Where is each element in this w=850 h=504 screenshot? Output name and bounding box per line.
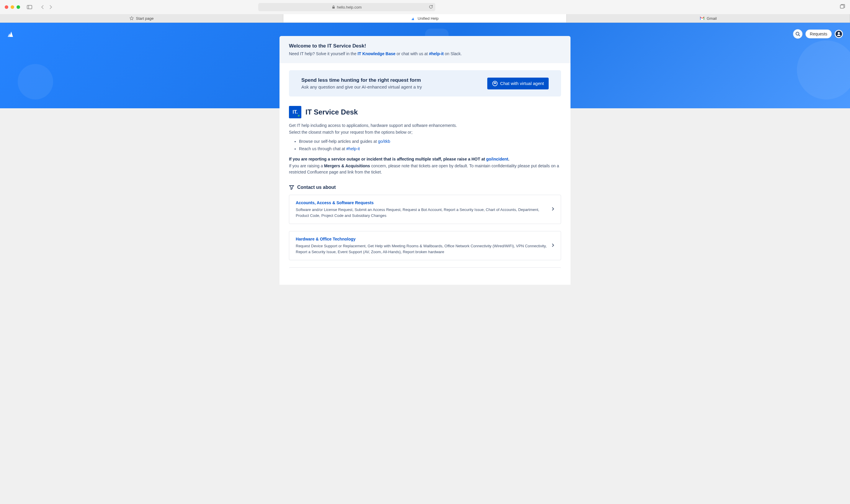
contact-header: Contact us about bbox=[289, 185, 561, 190]
itkb-link[interactable]: go/itkb bbox=[378, 139, 390, 144]
search-button[interactable] bbox=[793, 29, 802, 39]
tab-label: Unified Help bbox=[418, 16, 438, 21]
category-description: Request Device Support or Replacement, G… bbox=[296, 243, 551, 255]
tab-gmail[interactable]: Gmail bbox=[567, 14, 850, 22]
url-text: hello.help.com bbox=[337, 5, 362, 10]
chat-virtual-agent-button[interactable]: Chat with virtual agent bbox=[487, 78, 549, 89]
category-title: Hardware & Office Technology bbox=[296, 237, 551, 241]
ma-line: If you are raising a Mergers & Acquisiti… bbox=[289, 163, 561, 175]
tab-unified-help[interactable]: Unified Help bbox=[283, 14, 567, 22]
window-controls bbox=[5, 5, 20, 9]
atlassian-icon bbox=[411, 16, 415, 20]
svg-rect-2 bbox=[332, 7, 335, 8]
incident-link[interactable]: go/incident bbox=[486, 157, 508, 161]
forward-button[interactable] bbox=[47, 3, 54, 11]
tab-bar: Start page Unified Help Gmail bbox=[0, 14, 850, 22]
bullet-item: Reach us through chat at #help-it bbox=[299, 146, 561, 152]
category-title: Accounts, Access & Software Requests bbox=[296, 200, 551, 205]
svg-point-6 bbox=[838, 32, 840, 34]
address-bar[interactable]: hello.help.com bbox=[258, 3, 435, 11]
it-badge-icon: IT. bbox=[289, 106, 301, 118]
section-title: IT Service Desk bbox=[306, 108, 358, 116]
refresh-button[interactable] bbox=[429, 5, 433, 10]
help-it-link[interactable]: #help-it bbox=[429, 51, 444, 56]
browser-chrome: hello.help.com Start page Unified Help G… bbox=[0, 0, 850, 23]
category-card-hardware[interactable]: Hardware & Office Technology Request Dev… bbox=[289, 231, 561, 260]
star-icon bbox=[130, 16, 134, 20]
kb-link[interactable]: IT Knowledge Base bbox=[357, 51, 395, 56]
sidebar-toggle-button[interactable] bbox=[26, 4, 33, 10]
close-window-button[interactable] bbox=[5, 5, 8, 9]
avatar[interactable] bbox=[835, 30, 843, 38]
filter-icon bbox=[289, 185, 294, 190]
main-container: Welcome to the IT Service Desk! Need IT … bbox=[279, 36, 571, 285]
lock-icon bbox=[332, 5, 335, 9]
va-banner-subtitle: Ask any question and give our AI-enhance… bbox=[301, 84, 422, 89]
outage-line: If you are reporting a service outage or… bbox=[289, 156, 561, 162]
chevron-right-icon bbox=[551, 243, 554, 249]
bullet-item: Browse our self-help articles and guides… bbox=[299, 138, 561, 145]
tab-overview-button[interactable] bbox=[840, 4, 845, 10]
tab-start-page[interactable]: Start page bbox=[0, 14, 283, 22]
va-banner-title: Spend less time hunting for the right re… bbox=[301, 77, 422, 83]
svg-point-4 bbox=[796, 32, 799, 35]
virtual-agent-banner: Spend less time hunting for the right re… bbox=[289, 70, 561, 96]
maximize-window-button[interactable] bbox=[17, 5, 20, 9]
back-button[interactable] bbox=[39, 3, 46, 11]
category-card-partial[interactable] bbox=[289, 267, 561, 273]
gmail-icon bbox=[700, 17, 705, 20]
chevron-right-icon bbox=[551, 207, 554, 212]
section-header: IT. IT Service Desk bbox=[289, 106, 561, 118]
welcome-card: Welcome to the IT Service Desk! Need IT … bbox=[279, 36, 571, 63]
atlassian-logo[interactable] bbox=[7, 30, 15, 38]
section-description: Get IT help including access to applicat… bbox=[289, 123, 561, 175]
requests-button[interactable]: Requests bbox=[806, 30, 832, 38]
category-description: Software and/or License Request, Submit … bbox=[296, 207, 551, 218]
svg-rect-0 bbox=[27, 5, 32, 9]
minimize-window-button[interactable] bbox=[11, 5, 14, 9]
chat-icon bbox=[492, 80, 498, 87]
welcome-text: Need IT help? Solve it yourself in the I… bbox=[289, 51, 561, 56]
help-it-chat-link[interactable]: #help-it bbox=[346, 146, 360, 151]
search-icon bbox=[795, 32, 800, 36]
tab-label: Start page bbox=[136, 16, 154, 21]
category-card-accounts[interactable]: Accounts, Access & Software Requests Sof… bbox=[289, 195, 561, 224]
welcome-title: Welcome to the IT Service Desk! bbox=[289, 43, 561, 49]
svg-rect-3 bbox=[840, 5, 844, 8]
contact-heading: Contact us about bbox=[297, 185, 336, 190]
content-card: Spend less time hunting for the right re… bbox=[279, 63, 571, 285]
tab-label: Gmail bbox=[707, 16, 717, 21]
